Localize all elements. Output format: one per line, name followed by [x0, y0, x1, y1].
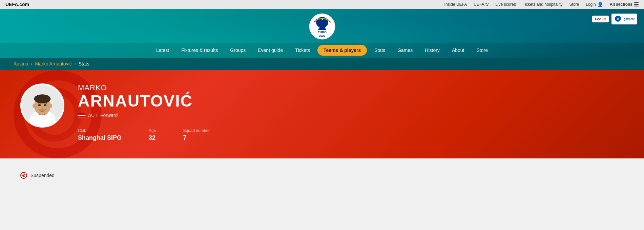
nav-history[interactable]: History: [419, 43, 446, 58]
sponsors: FedEx G gazprom: [592, 14, 637, 24]
top-bar: UEFA.com Inside UEFA UEFA.tv Live scores…: [0, 0, 644, 9]
player-avatar: [20, 83, 64, 128]
nav-stats[interactable]: Stats: [368, 43, 391, 58]
hamburger-icon: ☰: [634, 1, 639, 8]
nav-fixtures[interactable]: Fixtures & results: [175, 43, 224, 58]
player-last-name: ARNAUTOVIĆ: [78, 93, 210, 109]
svg-point-16: [35, 97, 50, 103]
nationality-code: AUT: [88, 113, 98, 118]
austria-flag: [78, 113, 85, 118]
suspended-notice: ⊘ Suspended: [20, 172, 624, 179]
top-bar-left: UEFA.com: [5, 2, 29, 7]
all-sections-link[interactable]: All sections ☰: [610, 1, 639, 8]
store-top-link[interactable]: Store: [569, 2, 579, 7]
svg-text:gazprom: gazprom: [624, 17, 635, 21]
nav-games[interactable]: Games: [391, 43, 419, 58]
gazprom-logo-svg: G gazprom: [614, 15, 635, 22]
club-value: Shanghai SIPG: [78, 134, 122, 141]
age-stat: Age 32: [149, 128, 156, 141]
gazprom-sponsor: G gazprom: [611, 14, 637, 24]
fedex-sponsor: FedEx: [592, 16, 609, 22]
tournament-logo-container: ★ EURO 2020: [0, 13, 644, 40]
breadcrumb-austria[interactable]: Austria: [14, 61, 28, 66]
club-stat: Club Shanghai SIPG: [78, 128, 122, 141]
login-link[interactable]: Login: [586, 2, 596, 7]
svg-text:2020: 2020: [319, 34, 325, 37]
inside-uefa-link[interactable]: Inside UEFA: [444, 2, 467, 7]
breadcrumb-player[interactable]: Marko Arnautović: [35, 61, 72, 66]
login-section[interactable]: Login 👤: [586, 2, 603, 7]
svg-point-19: [38, 104, 41, 106]
nav-groups[interactable]: Groups: [224, 43, 252, 58]
breadcrumb-current: Stats: [79, 61, 89, 66]
svg-text:EURO: EURO: [317, 31, 326, 34]
player-first-name: MARKO: [78, 83, 210, 92]
tickets-hospitality-link[interactable]: Tickets and hospitality: [523, 2, 563, 7]
main-nav: Latest Fixtures & results Groups Event g…: [0, 43, 644, 58]
breadcrumb-separator-1: ›: [31, 61, 33, 66]
player-stats-row: Club Shanghai SIPG Age 32 Squad number 7: [78, 128, 210, 141]
player-avatar-svg: [22, 85, 63, 126]
nav-store[interactable]: Store: [470, 43, 494, 58]
user-icon: 👤: [597, 2, 603, 7]
player-position: Forward: [100, 113, 118, 118]
player-nationality: AUT Forward: [78, 113, 210, 118]
age-value: 32: [149, 134, 155, 141]
suspended-icon: ⊘: [20, 172, 27, 179]
svg-rect-6: [318, 28, 326, 30]
nav-event-guide[interactable]: Event guide: [252, 43, 289, 58]
squad-number-value: 7: [183, 134, 186, 141]
euro-2020-logo: ★ EURO 2020: [309, 13, 336, 40]
svg-text:G: G: [617, 18, 619, 21]
nav-latest[interactable]: Latest: [150, 43, 175, 58]
svg-point-20: [44, 104, 47, 106]
breadcrumb-separator-2: ›: [75, 61, 76, 66]
nav-teams-players[interactable]: Teams & players: [317, 45, 367, 56]
svg-point-17: [33, 103, 36, 108]
player-hero: MARKO ARNAUTOVIĆ AUT Forward Club Shangh…: [0, 70, 644, 158]
squad-number-label: Squad number: [183, 128, 210, 133]
nav-about[interactable]: About: [446, 43, 471, 58]
site-logo: UEFA.com: [5, 2, 29, 7]
content-area: ⊘ Suspended: [0, 158, 644, 213]
suspended-label: Suspended: [30, 173, 55, 178]
nav-tickets[interactable]: Tickets: [289, 43, 316, 58]
breadcrumb: Austria › Marko Arnautović › Stats: [0, 58, 644, 70]
player-info: MARKO ARNAUTOVIĆ AUT Forward Club Shangh…: [78, 83, 210, 141]
age-label: Age: [149, 128, 156, 133]
club-label: Club: [78, 128, 122, 133]
top-bar-right: Inside UEFA UEFA.tv Live scores Tickets …: [444, 1, 639, 8]
player-avatar-container: [20, 83, 64, 128]
uefa-tv-link[interactable]: UEFA.tv: [474, 2, 489, 7]
squad-number-stat: Squad number 7: [183, 128, 210, 141]
svg-point-18: [49, 103, 52, 108]
header-area: FedEx G gazprom ★: [0, 9, 644, 70]
live-scores-link[interactable]: Live scores: [495, 2, 516, 7]
euro-logo-svg: ★ EURO 2020: [309, 13, 336, 40]
